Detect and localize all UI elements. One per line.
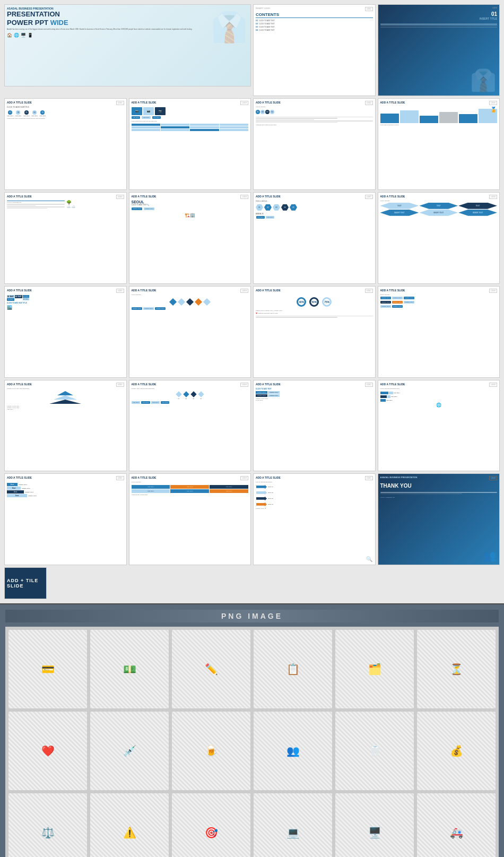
person-ty: 👥 [483, 549, 497, 562]
png-item-pencil: ✏️ [172, 630, 250, 708]
tag-row: ADD TEXT ADD TEXT ADD TEXT [132, 116, 249, 119]
slide-number-01: 01 [380, 11, 498, 17]
seoul-label: SEOUL [132, 200, 249, 204]
png-item-warning: ⚠️ [90, 793, 169, 857]
arrow-rows: INSERT TEXT INSERT TEXT INSERT TEXT INSE… [256, 391, 373, 397]
png-item-laptop: 💻 [254, 793, 332, 857]
building-icon: 🏗️🏢 [132, 213, 249, 218]
anana-label: ANANA JIC [256, 213, 373, 215]
sh2: ADD A TITLE SLIDE LOGO [132, 101, 249, 105]
contents-slide[interactable]: INSERT LOGO LOGO CONTENTS 01 CLICK TO AD… [253, 4, 376, 96]
logo-badge: LOGO [365, 7, 373, 11]
add-tile-slide-button[interactable]: ADD + TILE SLIDE [4, 567, 47, 599]
person-silhouette: 👔 [211, 10, 248, 45]
hex-row-1: 01 02 03 04 05 [256, 204, 373, 211]
contents-title: CONTENTS [256, 12, 373, 18]
circle-percents: 40% 50% 75% [256, 296, 373, 308]
slide-hexcell[interactable]: ADD A TITLE SLIDE LOGO Click to add text… [129, 473, 251, 565]
num-circles-row: 01 02 03 04 [256, 110, 373, 114]
chart-bars-1 [380, 107, 498, 123]
slide-circles[interactable]: ADD A TITLE SLIDE LOGO 40% 50% 75% INSER… [253, 286, 376, 378]
png-item-hourglass: ⏳ [417, 630, 496, 708]
png-label: PNG IMAGE [221, 612, 283, 620]
two-col: ASADAL INTERNET INC 🌳 ☁️☁️ [7, 200, 124, 210]
text-tags: INSERT TEXT INSERT TEXT INSERT TEXT [132, 307, 249, 310]
slide-steps-2[interactable]: ADD A TITLE SLIDE LOGO Click to add text… [253, 98, 376, 190]
magnify-icon: 🔍 [366, 556, 372, 562]
contents-item-1: 01 CLICK TO ADD TEXT [256, 19, 373, 22]
contents-list: 01 CLICK TO ADD TEXT 02 CLICK TO ADD TEX… [256, 19, 373, 31]
sh1: ADD A TITLE SLIDE LOGO [7, 101, 124, 105]
slide-magnify[interactable]: ADD A TITLE SLIDE LOGO Click to add text… [253, 473, 376, 565]
globe-icon: 🌐 [380, 403, 498, 408]
add-tile-label: ADD + TILE SLIDE [7, 578, 44, 588]
insert-title-slide[interactable]: LOGO 01 INSERT TITLE 👔 [378, 4, 500, 96]
insert-row: INSERT TEXT INSERT TEXT [132, 207, 249, 211]
contents-header: INSERT LOGO LOGO [256, 7, 373, 11]
click-to-add: CLICK TO ADD TEXT [256, 388, 373, 390]
num-cols: 01 TEXT 02 TEXT 03 TEXT 04 TEXT 05 TEXT [7, 295, 124, 301]
png-item-dollar: 💰 [417, 712, 496, 790]
contents-item-4: 04 CLICK TO ADD TEXT [256, 29, 373, 31]
slide-left-col[interactable]: ADD A TITLE SLIDE LOGO ASADAL INTERNET I… [4, 192, 127, 284]
png-item-syringe: 💉 [90, 712, 169, 790]
png-item-monitor: 🖥️ [335, 793, 414, 857]
png-item-folder: 🗂️ [335, 630, 414, 708]
png-item-ambulance: 🚑 [417, 793, 496, 857]
png-item-heart: ❤️ [8, 712, 87, 790]
diamond-grid [132, 298, 249, 306]
png-item-clipboard: 📋 [254, 630, 332, 708]
crosses-row: 01 02 03 04 [132, 391, 249, 400]
slide-logo: LOGO [380, 7, 498, 9]
png-item-target: 🎯 [172, 793, 250, 857]
hex-cells: ADD TEXT ADD TEXT ADD TEXT ADD TEXT ADD … [132, 485, 249, 493]
stacked-steps: 4text INSERT TEXT 3text INSERT TEXT 2tex… [7, 483, 124, 497]
slide-table-1[interactable]: ADD A TITLE SLIDE LOGO 📷 📷 📷 ADD TEXT AD… [129, 98, 251, 190]
slide-chart-2[interactable]: ADD A TITLE SLIDE LOGO Chart data visual… [378, 98, 500, 190]
hex-grid: TEXT TEXT TEXT INSERT TEXT INSERT TEXT I… [380, 203, 498, 216]
city-icon: 🏙️ [7, 305, 124, 310]
thank-you-text: THANK YOU [380, 483, 498, 489]
slide-bars-1[interactable]: ADD A TITLE SLIDE LOGO CLICK TO ADD SUBT… [4, 98, 127, 190]
slide-hexagons-1[interactable]: ADD A TITLE SLIDE LOGO Click to add text… [253, 192, 376, 284]
main-container: ASADAL BUSINESS PRESENTATION PRESENTATIO… [0, 0, 504, 857]
slide-tree2[interactable]: ADD A TITLE SLIDE LOGO Click to add text… [378, 380, 500, 472]
slide-hexagons-2[interactable]: ADD A TITLE SLIDE LOGO Click to add text… [378, 192, 500, 284]
slide-seoul[interactable]: ADD A TITLE SLIDE LOGO SEOUL CLICK TO AD… [129, 192, 251, 284]
slides-section: ASADAL BUSINESS PRESENTATION PRESENTATIO… [0, 0, 504, 603]
insert-title-label: INSERT TITLE [380, 17, 498, 20]
img-thumbs: 📷 📷 📷 [132, 107, 249, 115]
png-items-grid: 💳 💵 ✏️ 📋 🗂️ ⏳ ❤️ 💉 🍺 👥 🦷 💰 ⚖️ ⚠️ 🎯 💻 🖥️ … [5, 627, 499, 857]
tree-lines: ADD TEXT ADD TEXT ADD TEXT [380, 392, 498, 402]
png-item-card: 💳 [8, 630, 87, 708]
slide-grid: ASADAL BUSINESS PRESENTATION PRESENTATIO… [4, 4, 500, 599]
slide-city[interactable]: ADD A TITLE SLIDE LOGO 01 TEXT 02 TEXT 0… [4, 286, 127, 378]
png-item-tooth: 🦷 [335, 712, 414, 790]
contents-item-2: 02 CLICK TO ADD TEXT [256, 22, 373, 25]
tag-bars: INSERT TEXT INSERT TEXT INSERT TEXT INSE… [380, 297, 498, 308]
insert-logo: INSERT LOGO [256, 7, 270, 10]
png-item-scale: ⚖️ [8, 793, 87, 857]
slide-crosses[interactable]: ADD A TITLE SLIDE LOGO INSERT TEXT here … [129, 380, 251, 472]
slide-pyramid[interactable]: ADD A TITLE SLIDE LOGO INSERT TITLE TEXT… [4, 380, 127, 472]
png-section-header: PNG IMAGE [5, 610, 499, 622]
insert-slide-lines [380, 23, 498, 28]
slide-tags[interactable]: ADD A TITLE SLIDE LOGO Click to add text… [378, 286, 500, 378]
thank-you-slide[interactable]: ASADAL BUSINESS PRESENTATION LOGO THANK … [378, 473, 500, 565]
magnify-arrows: TEXT 01 TEXT 02 TEXT 03 TEXT 04 [256, 484, 373, 507]
png-item-drink: 🍺 [172, 712, 250, 790]
png-item-people: 👥 [254, 712, 332, 790]
slide-arrows[interactable]: ADD A TITLE SLIDE LOGO CLICK TO ADD TEXT… [253, 380, 376, 472]
png-item-money: 💵 [90, 630, 169, 708]
slide-person-icon: 👔 [470, 68, 497, 93]
pyramid-vis [7, 391, 124, 404]
hero-slide[interactable]: ASADAL BUSINESS PRESENTATION PRESENTATIO… [4, 4, 251, 86]
slide-diamonds[interactable]: ADD A TITLE SLIDE LOGO Click to add text… [129, 286, 251, 378]
brand-ty: ASADAL BUSINESS PRESENTATION [380, 476, 418, 479]
slide-stacked[interactable]: ADD A TITLE SLIDE LOGO 4text INSERT TEXT… [4, 473, 127, 565]
png-section: PNG IMAGE 💳 💵 ✏️ 📋 🗂️ ⏳ ❤️ 💉 🍺 👥 🦷 💰 ⚖️ … [0, 604, 504, 857]
contents-item-3: 03 CLICK TO ADD TEXT [256, 25, 373, 28]
medal-icon: 🏅 [490, 107, 497, 112]
num-items-1: 01ADD TEXT 02ADD TEXT 03ADD TEXT 04ADD T… [7, 110, 124, 117]
